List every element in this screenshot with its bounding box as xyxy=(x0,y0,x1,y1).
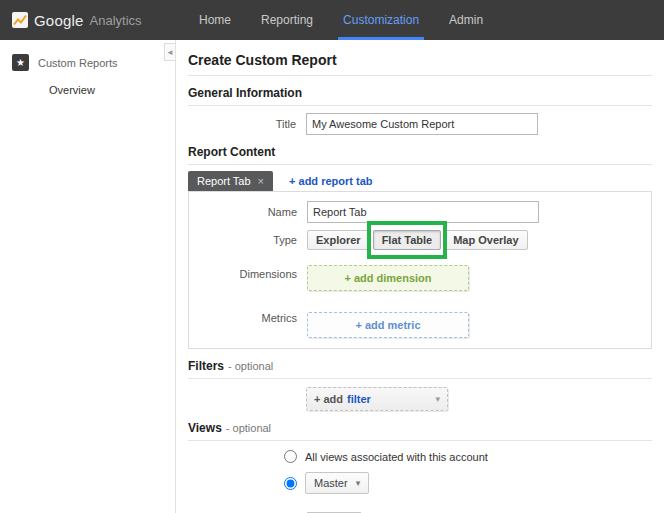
type-button-group: Explorer Flat Table Map Overlay xyxy=(307,230,528,250)
type-label: Type xyxy=(189,234,307,246)
title-label: Title xyxy=(188,118,306,130)
nav-home[interactable]: Home xyxy=(184,0,246,40)
logo-google-text: Google xyxy=(34,12,84,29)
nav-admin[interactable]: Admin xyxy=(434,0,498,40)
metrics-label: Metrics xyxy=(189,312,307,324)
view-select-dropdown[interactable]: Master ▾ xyxy=(305,472,369,494)
sidebar: ★ Custom Reports Overview ◄ xyxy=(0,40,176,513)
nav-customization[interactable]: Customization xyxy=(328,0,434,40)
section-filters: Filters- optional xyxy=(188,359,652,379)
name-label: Name xyxy=(189,206,307,218)
chevron-down-icon: ▾ xyxy=(356,478,361,488)
add-filter-button[interactable]: + add filter ▾ xyxy=(306,387,448,411)
add-metric-button[interactable]: + add metric xyxy=(307,312,469,338)
add-filter-word: filter xyxy=(347,393,371,405)
add-filter-prefix: + add xyxy=(314,393,343,405)
dimensions-label: Dimensions xyxy=(189,268,307,280)
title-input[interactable] xyxy=(306,113,538,135)
section-report-content: Report Content xyxy=(188,145,652,165)
general-information-heading: General Information xyxy=(188,86,302,100)
selected-view-radio[interactable] xyxy=(284,477,297,490)
type-explorer-button[interactable]: Explorer xyxy=(307,230,370,250)
report-tab-bar: Report Tab × + add report tab xyxy=(188,171,652,191)
chevron-down-icon: ▾ xyxy=(435,394,440,404)
type-flat-table-button[interactable]: Flat Table xyxy=(373,230,442,250)
report-tab-panel: Name Type Explorer Flat Table Map Overla… xyxy=(188,191,652,349)
all-views-radio[interactable] xyxy=(284,450,297,463)
metrics-row: Metrics + add metric xyxy=(189,298,651,338)
flat-table-annotation-wrap: Flat Table xyxy=(373,230,442,250)
custom-reports-icon: ★ xyxy=(12,54,29,71)
top-header: Google Analytics Home Reporting Customiz… xyxy=(0,0,664,40)
selected-view-radio-row: Master ▾ xyxy=(284,472,652,494)
type-map-overlay-button[interactable]: Map Overlay xyxy=(444,230,527,250)
all-views-option-label: All views associated with this account xyxy=(305,451,488,463)
report-name-input[interactable] xyxy=(307,201,539,223)
logo-analytics-text: Analytics xyxy=(90,13,142,28)
report-tab-label: Report Tab xyxy=(197,175,251,187)
views-heading-suffix: - optional xyxy=(226,422,271,434)
page-title: Create Custom Report xyxy=(188,46,652,76)
all-views-radio-row: All views associated with this account xyxy=(284,450,652,463)
sidebar-item-overview[interactable]: Overview xyxy=(0,77,175,103)
report-tab-close-icon[interactable]: × xyxy=(258,175,264,187)
selected-view-label: Master xyxy=(314,477,348,489)
section-general-information: General Information xyxy=(188,86,652,106)
report-content-heading: Report Content xyxy=(188,145,275,159)
page-body: ★ Custom Reports Overview ◄ Create Custo… xyxy=(0,40,664,513)
name-row: Name xyxy=(189,201,651,223)
report-tab[interactable]: Report Tab × xyxy=(188,171,273,191)
title-row: Title xyxy=(188,113,652,135)
primary-nav: Home Reporting Customization Admin xyxy=(184,0,498,40)
google-analytics-logo[interactable]: Google Analytics xyxy=(0,0,176,40)
analytics-chart-icon xyxy=(12,12,28,28)
dimensions-row: Dimensions + add dimension xyxy=(189,257,651,291)
type-row: Type Explorer Flat Table Map Overlay xyxy=(189,230,651,250)
section-views: Views- optional xyxy=(188,421,652,441)
sidebar-item-label: Custom Reports xyxy=(38,57,117,69)
main-content: Create Custom Report General Information… xyxy=(176,40,664,513)
filters-heading-suffix: - optional xyxy=(228,360,273,372)
sidebar-collapse-icon[interactable]: ◄ xyxy=(164,43,175,61)
sidebar-item-custom-reports[interactable]: ★ Custom Reports xyxy=(0,48,175,77)
nav-reporting[interactable]: Reporting xyxy=(246,0,328,40)
add-dimension-button[interactable]: + add dimension xyxy=(307,265,469,291)
add-report-tab-link[interactable]: + add report tab xyxy=(289,175,372,187)
views-heading: Views xyxy=(188,421,222,435)
filters-heading: Filters xyxy=(188,359,224,373)
